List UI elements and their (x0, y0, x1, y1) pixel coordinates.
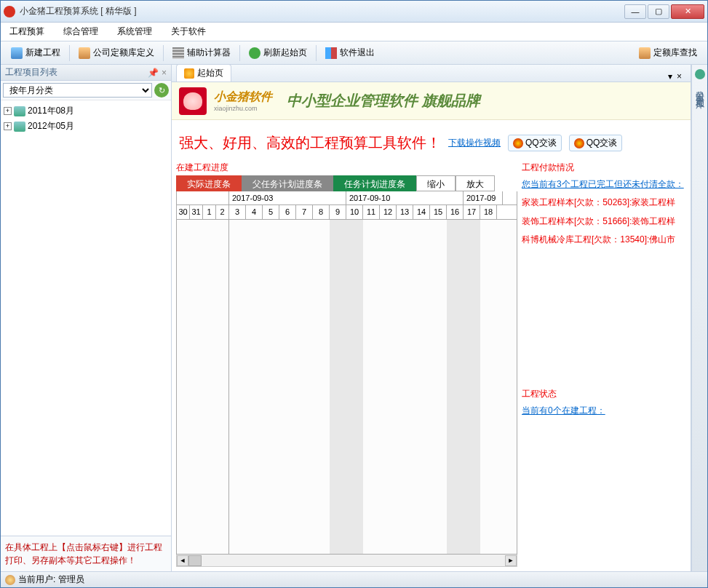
panel-close-icon[interactable]: × (162, 68, 167, 78)
expand-icon[interactable]: + (4, 107, 12, 115)
folder-icon (14, 122, 25, 132)
gantt-day-cell: 8 (313, 205, 330, 219)
tree-hint: 在具体工程上【点击鼠标右键】进行工程打印、另存副本等其它工程操作！ (1, 536, 171, 571)
banner: 小金猪软件 xiaojinzhu.com 中小型企业管理软件 旗舰品牌 (172, 82, 691, 120)
gantt-day-cell: 13 (397, 205, 413, 219)
new-project-icon (11, 47, 23, 59)
gantt-tab-task[interactable]: 任务计划进度条 (333, 175, 416, 191)
gantt-day-cell: 18 (480, 205, 497, 219)
brand-name: 小金猪软件 (214, 90, 272, 105)
toolbar: 新建工程 公司定额库定义 辅助计算器 刷新起始页 软件退出 定额库查找 (1, 41, 707, 65)
info-column: 工程付款情况 您当前有3个工程已完工但还未付清全款： 家装工程样本[欠款：502… (522, 160, 686, 567)
gantt-day-cell: 5 (263, 205, 279, 219)
maximize-button[interactable]: ▢ (648, 4, 669, 19)
gantt-day-cell: 17 (464, 205, 480, 219)
menu-about[interactable]: 关于软件 (168, 24, 209, 39)
brand-sub: xiaojinzhu.com (214, 105, 272, 112)
scroll-right-icon[interactable]: ► (505, 555, 517, 566)
panel-title: 工程项目列表 (5, 66, 57, 79)
payment-line: 科博机械冷库工程[欠款：13540]:佛山市 (522, 231, 686, 250)
gantt-day-cell: 10 (346, 205, 363, 219)
gantt-day-cell: 14 (413, 205, 430, 219)
statusbar: 当前用户: 管理员 (1, 571, 707, 587)
project-tree[interactable]: + 2011年08月 + 2012年05月 (1, 100, 171, 536)
gantt-section: 在建工程进度 实际进度条 父任务计划进度条 任务计划进度条 缩小 放大 3031… (176, 160, 517, 567)
exit-icon (325, 47, 337, 59)
qq-icon (513, 138, 523, 148)
gantt-shrink-button[interactable]: 缩小 (416, 175, 456, 191)
tree-item[interactable]: + 2011年08月 (4, 103, 168, 119)
quota-def-button[interactable]: 公司定额库定义 (73, 44, 160, 61)
quota-search-button[interactable]: 定额库查找 (633, 44, 703, 61)
pin-icon[interactable]: 📌 (148, 68, 159, 78)
gantt-day-cell: 12 (380, 205, 397, 219)
tree-item[interactable]: + 2012年05月 (4, 119, 168, 134)
gantt-tab-actual[interactable]: 实际进度条 (176, 175, 242, 191)
project-tree-panel: 工程项目列表 📌 × 按年月分类 ↻ + 2011年08月 + 2012年05月 (1, 65, 172, 571)
gantt-day-cell: 7 (296, 205, 313, 219)
payment-line: 装饰工程样本[欠款：51666]:装饰工程样 (522, 212, 686, 231)
refresh-icon (249, 47, 260, 59)
gantt-week-cell: 2017-09-10 (346, 191, 464, 204)
scroll-left-icon[interactable]: ◄ (177, 555, 188, 566)
gantt-scrollbar[interactable]: ◄ ► (176, 555, 517, 567)
refresh-home-button[interactable]: 刷新起始页 (243, 44, 313, 61)
menu-system[interactable]: 系统管理 (114, 24, 155, 39)
tab-strip: 起始页 ▾ × (172, 65, 691, 82)
close-button[interactable]: ✕ (671, 4, 704, 19)
user-icon (5, 575, 15, 585)
panel-header: 工程项目列表 📌 × (1, 65, 171, 81)
expand-icon[interactable]: + (4, 122, 12, 130)
gantt-title: 在建工程进度 (176, 160, 517, 175)
tab-close-icon[interactable]: × (677, 71, 682, 82)
payment-summary-link[interactable]: 您当前有3个工程已完工但还未付清全款： (522, 175, 686, 194)
center-panel: 起始页 ▾ × 小金猪软件 xiaojinzhu.com 中小型企业管理软件 旗… (172, 65, 691, 571)
titlebar: 小金猪工程预算系统 [ 精华版 ] — ▢ ✕ (1, 1, 707, 23)
payment-title: 工程付款情况 (522, 160, 686, 175)
gantt-day-cell: 6 (279, 205, 296, 219)
exit-button[interactable]: 软件退出 (319, 44, 381, 61)
video-link[interactable]: 下载操作视频 (448, 137, 501, 149)
gantt-week-cell: 2017-09-03 (229, 191, 346, 204)
gantt-day-cell: 11 (363, 205, 380, 219)
gantt-enlarge-button[interactable]: 放大 (456, 175, 495, 191)
gantt-day-cell: 30 (177, 205, 190, 219)
sidebar-icon (695, 69, 705, 79)
gantt-day-cell: 4 (246, 205, 263, 219)
gantt-body[interactable] (176, 220, 517, 555)
current-user: 管理员 (58, 573, 84, 586)
menu-budget[interactable]: 工程预算 (7, 24, 47, 39)
calc-button[interactable]: 辅助计算器 (167, 44, 236, 61)
gantt-day-cell: 3 (229, 205, 246, 219)
sidebar-label: 公司工艺定额库 (693, 84, 706, 94)
gantt-day-cell: 15 (430, 205, 447, 219)
brand-logo (179, 87, 207, 115)
qq-chat-button[interactable]: QQ交谈 (508, 135, 562, 151)
quota-def-icon (79, 47, 90, 59)
gantt-tab-parent[interactable]: 父任务计划进度条 (242, 175, 333, 191)
tab-dropdown-icon[interactable]: ▾ (668, 71, 672, 82)
tree-refresh-button[interactable]: ↻ (154, 83, 169, 98)
tab-home[interactable]: 起始页 (176, 65, 231, 82)
user-label: 当前用户: (18, 573, 55, 586)
scroll-thumb[interactable] (188, 555, 202, 566)
gantt-day-cell: 31 (190, 205, 203, 219)
search-icon (639, 47, 651, 59)
window-title: 小金猪工程预算系统 [ 精华版 ] (20, 5, 624, 17)
menu-manage[interactable]: 综合管理 (60, 24, 101, 39)
filter-select[interactable]: 按年月分类 (3, 83, 152, 98)
new-project-button[interactable]: 新建工程 (5, 44, 66, 61)
qq-chat-button[interactable]: QQ交谈 (569, 135, 623, 151)
gantt-header: 303112 2017-09-032017-09-102017-09 34567… (176, 191, 517, 220)
app-icon (4, 6, 15, 17)
right-sidebar[interactable]: 公司工艺定额库 (691, 65, 707, 571)
status-link[interactable]: 当前有0个在建工程： (522, 402, 686, 420)
gantt-day-cell: 16 (447, 205, 464, 219)
brand-slogan: 中小型企业管理软件 旗舰品牌 (287, 91, 480, 111)
payment-line: 家装工程样本[欠款：50263]:家装工程样 (522, 194, 686, 212)
gantt-day-cell: 1 (203, 205, 216, 219)
minimize-button[interactable]: — (624, 4, 646, 19)
folder-icon (14, 106, 25, 116)
gantt-day-cell: 9 (330, 205, 346, 219)
qq-icon (574, 138, 584, 148)
